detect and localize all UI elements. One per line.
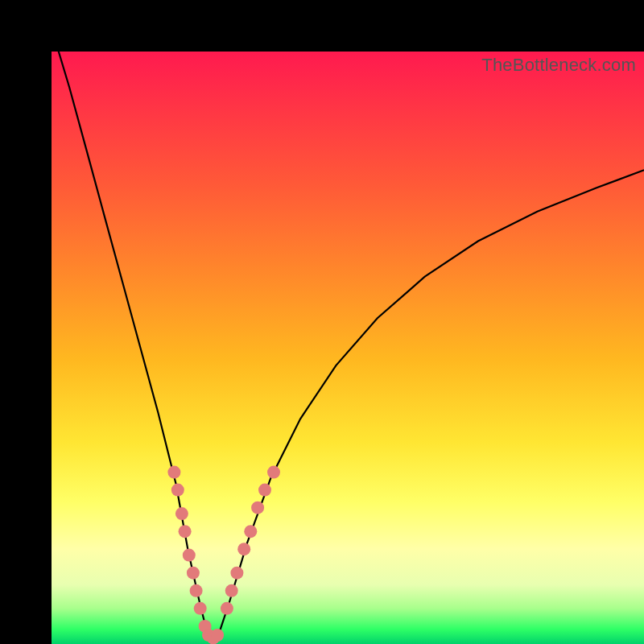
bottleneck-curve — [52, 28, 644, 638]
data-point — [237, 543, 250, 555]
data-point — [187, 567, 200, 580]
data-point — [183, 549, 196, 562]
data-point — [175, 507, 188, 520]
data-point — [251, 502, 264, 514]
data-point — [258, 484, 271, 497]
data-point — [179, 525, 192, 538]
data-point — [244, 525, 257, 538]
data-point — [171, 484, 184, 497]
data-point — [230, 567, 243, 580]
data-point — [267, 466, 280, 479]
plot-area: TheBottleneck.com — [52, 52, 644, 644]
data-point — [167, 466, 180, 479]
data-point — [194, 602, 207, 615]
data-point — [221, 602, 233, 615]
chart-svg — [52, 52, 644, 644]
chart-frame: TheBottleneck.com — [0, 0, 644, 644]
data-point — [225, 584, 238, 597]
data-point — [211, 629, 224, 642]
data-point — [190, 584, 203, 597]
